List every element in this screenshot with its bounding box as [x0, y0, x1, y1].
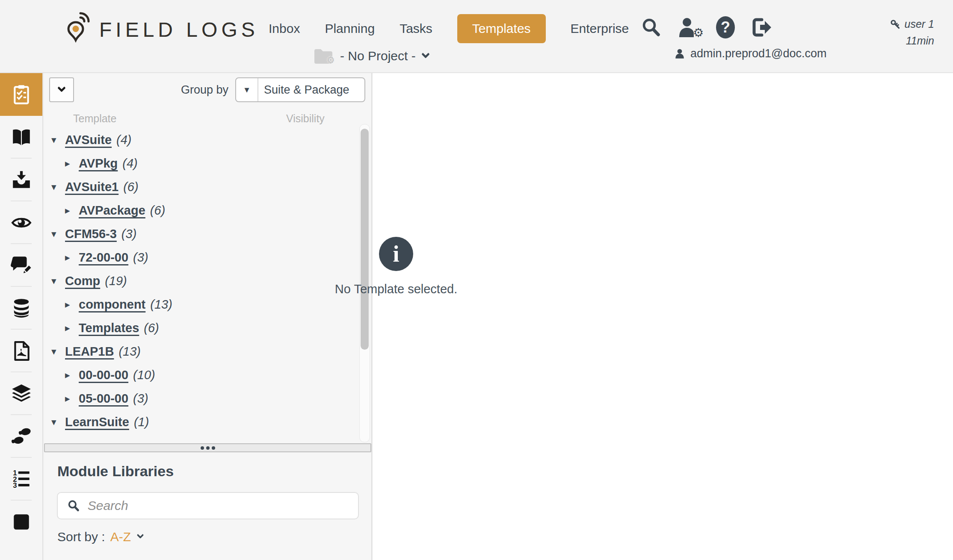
caret-right-icon[interactable]: ▸	[65, 205, 79, 216]
key-icon	[890, 19, 900, 29]
template-tree: ▾AVSuite(4)▸AVPkg(4)▾AVSuite1(6)▸AVPacka…	[44, 128, 357, 434]
icon-rail: 123	[0, 73, 43, 560]
sidebar-item-eye[interactable]	[0, 201, 42, 244]
caret-down-icon[interactable]: ▾	[51, 134, 65, 146]
tree-node-count: (10)	[133, 368, 155, 382]
person-icon	[674, 48, 685, 59]
tree-scrollbar-thumb[interactable]	[361, 129, 369, 350]
chevron-down-icon	[421, 50, 430, 59]
nav-item-templates[interactable]: Templates	[457, 14, 546, 43]
search-icon[interactable]	[641, 17, 661, 38]
help-icon[interactable]: ?	[716, 16, 735, 38]
tree-node-label[interactable]: Comp	[65, 274, 100, 288]
caret-down-icon[interactable]: ▾	[51, 228, 65, 240]
logged-in-email: admin.preprod1@doc.com	[674, 47, 827, 60]
tree-node-label[interactable]: AVPackage	[79, 203, 145, 218]
sidebar-item-footprints[interactable]	[0, 415, 42, 458]
caret-right-icon[interactable]: ▸	[65, 369, 79, 381]
caret-down-icon[interactable]: ▾	[51, 181, 65, 193]
module-libraries-searchbox	[57, 492, 359, 519]
caret-down-icon[interactable]: ▾	[51, 346, 65, 357]
file-pdf-icon	[11, 340, 32, 362]
tree-row[interactable]: ▾CFM56-3(3)	[44, 222, 357, 246]
chevron-down-icon	[57, 84, 66, 92]
tree-node-label[interactable]: AVPkg	[79, 156, 118, 171]
tree-row[interactable]: ▾LearnSuite(1)	[44, 410, 357, 434]
sidebar-item-ordered-list[interactable]: 123	[0, 458, 42, 501]
tree-node-count: (6)	[150, 203, 165, 218]
tree-row[interactable]: ▸72-00-00(3)	[44, 246, 357, 269]
tree-node-count: (3)	[121, 227, 136, 241]
sidebar-item-layers[interactable]	[0, 372, 42, 415]
project-selector-label: - No Project -	[340, 49, 416, 63]
caret-down-icon[interactable]: ▾	[51, 275, 65, 287]
tree-node-count: (13)	[150, 298, 172, 312]
tree-node-label[interactable]: component	[79, 298, 145, 312]
group-by-select[interactable]: ▾ Suite & Package	[235, 77, 365, 102]
caret-right-icon[interactable]: ▸	[65, 252, 79, 263]
session-info: user 1 11min	[890, 18, 934, 47]
sidebar-item-file-pdf[interactable]	[0, 330, 42, 372]
tree-node-label[interactable]: LearnSuite	[65, 415, 129, 429]
caret-right-icon[interactable]: ▸	[65, 158, 79, 169]
logout-icon[interactable]	[750, 17, 772, 38]
caret-right-icon[interactable]: ▸	[65, 299, 79, 310]
tree-row[interactable]: ▸05-00-00(3)	[44, 387, 357, 410]
tree-row[interactable]: ▾Comp(19)	[44, 269, 357, 293]
tree-node-label[interactable]: AVSuite1	[65, 180, 118, 194]
sidebar-item-database[interactable]	[0, 287, 42, 330]
folder-gear-icon: ⚙	[326, 55, 335, 66]
nav-item-tasks[interactable]: Tasks	[400, 21, 432, 36]
tree-node-label[interactable]: LEAP1B	[65, 345, 114, 359]
tree-row[interactable]: ▸AVPackage(6)	[44, 199, 357, 222]
sort-control[interactable]: Sort by : A-Z	[57, 530, 143, 544]
caret-right-icon[interactable]: ▸	[65, 322, 79, 334]
nav-item-planning[interactable]: Planning	[325, 21, 375, 36]
tree-node-count: (6)	[123, 180, 138, 194]
sort-label: Sort by :	[57, 530, 105, 544]
session-user-label: user 1	[905, 18, 934, 30]
tree-row[interactable]: ▸00-00-00(10)	[44, 363, 357, 387]
project-selector[interactable]: ⚙ - No Project -	[314, 48, 429, 64]
caret-down-icon[interactable]: ▾	[51, 416, 65, 428]
collapse-all-button[interactable]	[49, 77, 74, 102]
square-icon	[11, 511, 32, 533]
tree-row[interactable]: ▾AVSuite(4)	[44, 128, 357, 152]
tree-node-count: (4)	[116, 133, 131, 147]
session-time-remaining: 11min	[890, 35, 934, 47]
database-icon	[11, 298, 32, 319]
panel-splitter[interactable]	[44, 443, 371, 452]
module-libraries-search-input[interactable]	[88, 498, 349, 513]
tree-row[interactable]: ▸component(13)	[44, 293, 357, 316]
user-settings-icon[interactable]: ⚙	[677, 17, 701, 38]
tree-node-label[interactable]: AVSuite	[65, 133, 112, 147]
tree-node-count: (19)	[105, 274, 127, 288]
sidebar-item-clipboard-check[interactable]	[0, 73, 42, 116]
tree-node-count: (1)	[134, 415, 149, 429]
tree-node-label[interactable]: 00-00-00	[79, 368, 128, 382]
tree-node-label[interactable]: Templates	[79, 321, 139, 335]
sidebar-item-book-open[interactable]	[0, 116, 42, 159]
info-icon: i	[379, 237, 413, 271]
main-content	[373, 73, 953, 560]
tree-row[interactable]: ▸Templates(6)	[44, 316, 357, 340]
header-icon-group: ⚙ ?	[641, 16, 772, 38]
tree-node-count: (3)	[133, 251, 148, 265]
nav-item-enterprise[interactable]: Enterprise	[571, 21, 629, 36]
tree-node-label[interactable]: 72-00-00	[79, 251, 128, 265]
nav-item-inbox[interactable]: Inbox	[269, 21, 300, 36]
tree-row[interactable]: ▾AVSuite1(6)	[44, 175, 357, 199]
sidebar-item-square[interactable]	[0, 501, 42, 543]
tree-node-label[interactable]: CFM56-3	[65, 227, 117, 241]
tree-row[interactable]: ▸AVPkg(4)	[44, 152, 357, 175]
sidebar-item-comment-edit[interactable]	[0, 244, 42, 287]
sidebar-item-inbox-tray[interactable]	[0, 159, 42, 201]
clipboard-check-icon	[11, 84, 32, 105]
ordered-list-icon: 123	[11, 469, 32, 490]
email-text: admin.preprod1@doc.com	[690, 47, 827, 60]
caret-right-icon[interactable]: ▸	[65, 393, 79, 404]
tree-row[interactable]: ▾LEAP1B(13)	[44, 340, 357, 363]
tree-node-count: (6)	[144, 321, 159, 335]
tree-node-label[interactable]: 05-00-00	[79, 392, 128, 406]
app-header: FIELD LOGS InboxPlanningTasksTemplatesEn…	[0, 0, 953, 73]
